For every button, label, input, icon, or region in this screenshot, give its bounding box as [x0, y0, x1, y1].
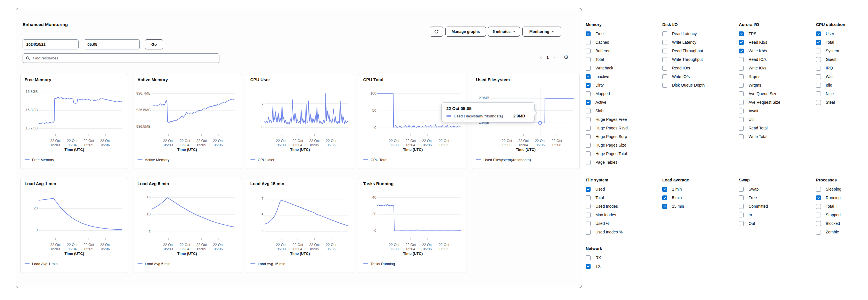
monitoring-dropdown[interactable]: Monitoring ▼ [522, 27, 561, 36]
interval-dropdown[interactable]: 5 minutes ▼ [488, 27, 520, 36]
checkbox-write-kb-s[interactable] [739, 49, 744, 54]
metric-label[interactable]: TX [595, 264, 600, 269]
checkbox-write-io-s[interactable] [739, 66, 744, 70]
metric-row-steal[interactable]: Steal [816, 98, 868, 107]
metric-row-committed[interactable]: Committed [739, 202, 813, 211]
metric-label[interactable]: Stopped [826, 213, 841, 217]
metric-row-in[interactable]: In [739, 211, 813, 219]
date-input[interactable] [23, 39, 79, 50]
chart-plot-area[interactable] [25, 87, 124, 140]
metric-row-max-inodes[interactable]: Max Inodes [586, 211, 660, 219]
checkbox-1-min[interactable] [662, 187, 667, 192]
metric-row-write-latency[interactable]: Write Latency [662, 38, 737, 47]
metric-label[interactable]: Free [749, 196, 757, 200]
metric-row-zombie[interactable]: Zombie [816, 228, 868, 236]
metric-label[interactable]: Read Latency [672, 31, 696, 36]
metric-label[interactable]: Slab [595, 109, 603, 113]
metric-row-writeback[interactable]: Writeback [586, 64, 660, 72]
checkbox-huge-pages-total[interactable] [586, 151, 591, 156]
metric-label[interactable]: Disk Queue Depth [672, 83, 705, 87]
checkbox-steal[interactable] [816, 100, 821, 105]
metric-row-total[interactable]: Total [586, 193, 660, 202]
metric-label[interactable]: Mapped [595, 91, 610, 96]
checkbox-max-inodes[interactable] [586, 213, 591, 217]
metric-row-ave-request-size[interactable]: Ave Request Size [739, 98, 813, 107]
metric-row-tps[interactable]: TPS [739, 29, 813, 38]
checkbox-system[interactable] [816, 49, 821, 54]
checkbox-huge-pages-surp[interactable] [586, 134, 591, 139]
checkbox-dirty[interactable] [586, 83, 591, 88]
metric-label[interactable]: Huge Pages Free [595, 117, 627, 122]
metric-label[interactable]: Wait [826, 74, 833, 79]
metric-label[interactable]: Used Inodes [595, 204, 618, 209]
checkbox-in[interactable] [739, 213, 744, 217]
metric-row-total[interactable]: Total [816, 38, 868, 47]
checkbox-read-io-s[interactable] [739, 57, 744, 62]
metric-label[interactable]: Read Kb/s [749, 40, 767, 44]
metric-label[interactable]: Write Throughput [672, 57, 703, 62]
metric-label[interactable]: Nice [826, 91, 834, 96]
metric-row-active[interactable]: Active [586, 98, 660, 107]
checkbox-used[interactable] [586, 187, 591, 192]
checkbox-write-io-s[interactable] [662, 74, 667, 79]
metric-label[interactable]: RX [595, 256, 601, 260]
metric-row-sleeping[interactable]: Sleeping [816, 185, 868, 193]
metric-label[interactable]: Max Inodes [595, 213, 616, 217]
checkbox-huge-pages-rsvd[interactable] [586, 126, 591, 130]
metric-label[interactable]: Util [749, 117, 754, 122]
checkbox-wait[interactable] [816, 74, 821, 79]
metric-row-mapped[interactable]: Mapped [586, 89, 660, 98]
time-input[interactable] [84, 39, 140, 50]
checkbox-idle[interactable] [816, 83, 821, 88]
metric-row-system[interactable]: System [816, 47, 868, 55]
metric-row-used-inodes[interactable]: Used Inodes % [586, 228, 660, 236]
metric-label[interactable]: Huge Pages Size [595, 143, 626, 147]
checkbox-write-throughput[interactable] [662, 57, 667, 62]
search-box[interactable] [23, 54, 219, 63]
metric-label[interactable]: Blocked [826, 221, 840, 226]
checkbox-huge-pages-size[interactable] [586, 143, 591, 148]
checkbox-wrqms[interactable] [739, 83, 744, 88]
checkbox-read-io-s[interactable] [662, 66, 667, 70]
metric-row-read-total[interactable]: Read Total [739, 124, 813, 132]
metric-row-huge-pages-free[interactable]: Huge Pages Free [586, 115, 660, 124]
metric-row-write-total[interactable]: Write Total [739, 132, 813, 141]
checkbox-read-total[interactable] [739, 126, 744, 130]
checkbox-tx[interactable] [586, 264, 591, 269]
metric-label[interactable]: Total [595, 57, 604, 62]
metric-label[interactable]: Write Kb/s [749, 49, 767, 53]
metric-row-used[interactable]: Used % [586, 219, 660, 228]
metric-label[interactable]: Running [826, 196, 841, 200]
metric-label[interactable]: Used [595, 187, 605, 191]
checkbox-rrqms[interactable] [739, 74, 744, 79]
metric-label[interactable]: 5 min [672, 196, 682, 200]
checkbox-out[interactable] [739, 221, 744, 226]
metric-label[interactable]: Read Throughput [672, 49, 703, 53]
metric-label[interactable]: System [826, 49, 839, 53]
metric-label[interactable]: Used % [595, 221, 610, 226]
checkbox-tps[interactable] [739, 31, 744, 36]
checkbox-stopped[interactable] [816, 213, 821, 217]
checkbox-zombie[interactable] [816, 230, 821, 235]
metric-row-huge-pages-rsvd[interactable]: Huge Pages Rsvd [586, 124, 660, 132]
checkbox-write-total[interactable] [739, 134, 744, 139]
checkbox-disk-queue-depth[interactable] [662, 83, 667, 88]
metric-row-read-latency[interactable]: Read Latency [662, 29, 737, 38]
checkbox-user[interactable] [816, 31, 821, 36]
checkbox-ave-queue-size[interactable] [739, 91, 744, 96]
metric-row-nice[interactable]: Nice [816, 89, 868, 98]
metric-label[interactable]: Read IO/s [749, 57, 767, 62]
metric-row-write-kb-s[interactable]: Write Kb/s [739, 47, 813, 55]
checkbox-5-min[interactable] [662, 196, 667, 200]
metric-row-tx[interactable]: TX [586, 262, 660, 271]
metric-label[interactable]: Active [595, 100, 606, 104]
checkbox-guest[interactable] [816, 57, 821, 62]
checkbox-committed[interactable] [739, 204, 744, 209]
metric-label[interactable]: TPS [749, 31, 756, 36]
metric-label[interactable]: Huge Pages Total [595, 151, 627, 156]
checkbox-total[interactable] [586, 196, 591, 200]
metric-label[interactable]: Zombie [826, 230, 839, 234]
metric-label[interactable]: Write Total [749, 134, 768, 139]
metric-row-disk-queue-depth[interactable]: Disk Queue Depth [662, 81, 737, 89]
metric-row-inactive[interactable]: Inactive [586, 72, 660, 81]
